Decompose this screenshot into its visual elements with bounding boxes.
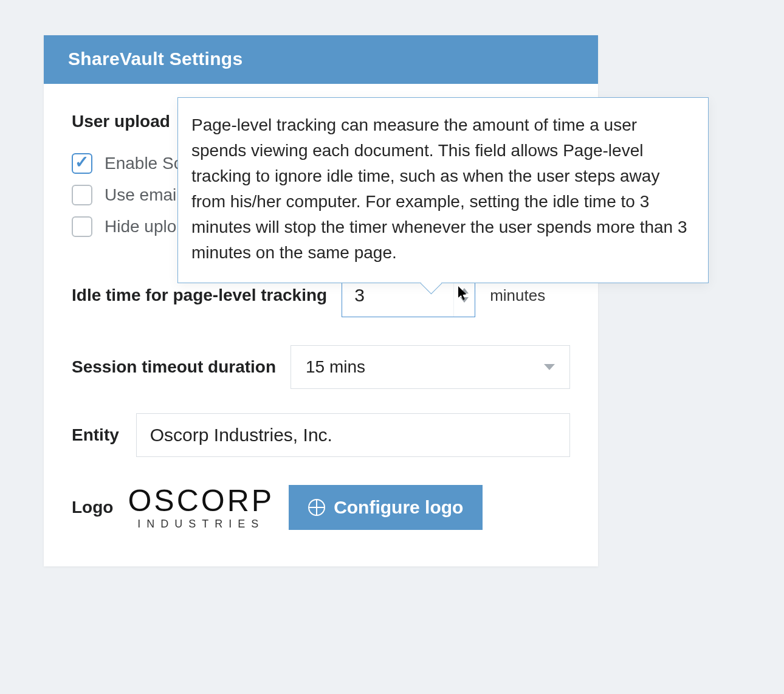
idle-time-tooltip: Page-level tracking can measure the amou… <box>177 97 709 283</box>
tooltip-text: Page-level tracking can measure the amou… <box>191 115 687 262</box>
session-timeout-value: 15 mins <box>306 357 365 377</box>
entity-label: Entity <box>72 425 119 445</box>
chevron-up-icon[interactable] <box>460 288 469 294</box>
checkbox-use-email[interactable] <box>72 185 92 205</box>
checkbox-label-use-email: Use emai <box>105 185 176 205</box>
chevron-down-icon[interactable] <box>460 297 469 303</box>
checkbox-label-hide-upload: Hide uplo <box>105 217 176 236</box>
idle-time-input[interactable] <box>353 284 416 306</box>
globe-icon <box>308 499 325 516</box>
logo-mark-top: OSCORP <box>128 486 274 516</box>
checkbox-hide-upload[interactable] <box>72 216 92 237</box>
checkbox-enable-screen-capture[interactable] <box>72 153 92 174</box>
logo-image: OSCORP INDUSTRIES <box>128 486 274 529</box>
session-timeout-row: Session timeout duration 15 mins <box>72 345 570 389</box>
logo-label: Logo <box>72 498 113 517</box>
configure-logo-button-label: Configure logo <box>334 497 463 518</box>
idle-time-label: Idle time for page-level tracking <box>72 286 327 305</box>
panel-title: ShareVault Settings <box>44 35 598 84</box>
logo-mark-bottom: INDUSTRIES <box>137 518 264 529</box>
session-timeout-label: Session timeout duration <box>72 357 276 377</box>
configure-logo-button[interactable]: Configure logo <box>289 485 483 530</box>
idle-time-unit: minutes <box>490 286 545 305</box>
chevron-down-icon <box>544 364 555 370</box>
entity-input[interactable] <box>136 413 570 457</box>
logo-row: Logo OSCORP INDUSTRIES Configure logo <box>72 485 570 530</box>
session-timeout-select[interactable]: 15 mins <box>291 345 570 389</box>
checkbox-label-enable-screen-capture: Enable Sc <box>105 154 182 173</box>
entity-row: Entity <box>72 413 570 457</box>
